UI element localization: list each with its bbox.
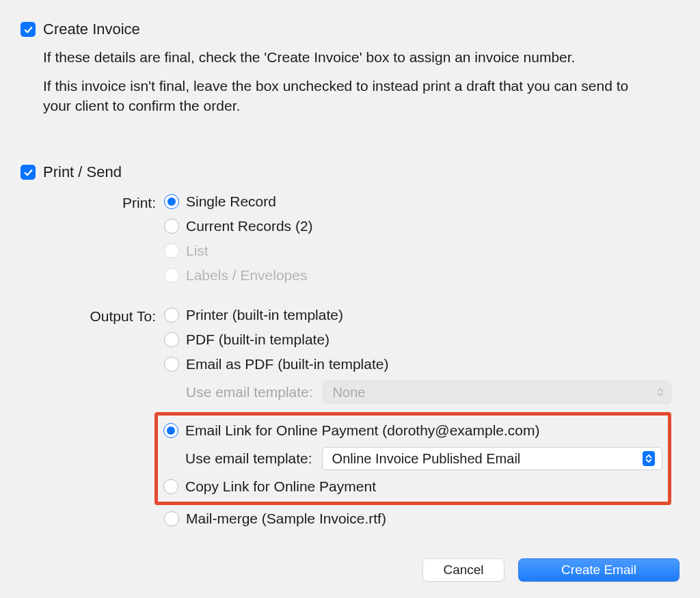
print-row: Print: Single Record Current Records (2)… — [21, 193, 679, 307]
radio-list-label: List — [186, 243, 208, 259]
email-link-template-label: Use email template: — [185, 450, 312, 467]
print-label: Print: — [21, 193, 164, 211]
print-form-grid: Print: Single Record Current Records (2)… — [21, 193, 679, 535]
radio-email-link[interactable] — [163, 423, 178, 438]
radio-copy-link[interactable] — [163, 479, 178, 494]
check-icon — [23, 25, 33, 35]
email-template-none-value: None — [333, 385, 366, 400]
updown-icon — [643, 451, 655, 466]
highlighted-options: Email Link for Online Payment (dorothy@e… — [154, 412, 671, 505]
radio-email-pdf[interactable] — [164, 357, 179, 372]
print-options: Single Record Current Records (2) List L… — [164, 193, 679, 307]
radio-single-record[interactable] — [164, 194, 179, 209]
radio-printer-row: Printer (built-in template) — [164, 307, 679, 323]
radio-pdf[interactable] — [164, 332, 179, 347]
create-invoice-checkbox-row: Create Invoice — [21, 21, 679, 38]
radio-copy-link-row: Copy Link for Online Payment — [163, 478, 662, 495]
radio-copy-link-label: Copy Link for Online Payment — [185, 478, 376, 495]
radio-email-pdf-row: Email as PDF (built-in template) — [164, 356, 679, 372]
radio-labels-label: Labels / Envelopes — [186, 267, 307, 284]
radio-email-link-label: Email Link for Online Payment (dorothy@e… — [185, 422, 540, 439]
button-row: Cancel Create Email — [422, 558, 679, 582]
check-icon — [23, 167, 33, 178]
radio-email-link-row: Email Link for Online Payment (dorothy@e… — [163, 422, 662, 439]
print-send-section: Print / Send Print: Single Record Curren… — [21, 163, 679, 535]
radio-list-row: List — [164, 243, 679, 259]
radio-list — [164, 243, 179, 258]
email-template-none-row: Use email template: None — [186, 381, 679, 404]
radio-labels-row: Labels / Envelopes — [164, 267, 679, 284]
create-invoice-description-1: If these details are final, check the 'C… — [43, 48, 679, 67]
print-send-label: Print / Send — [43, 163, 122, 181]
radio-pdf-label: PDF (built-in template) — [186, 331, 329, 348]
email-link-template-select[interactable]: Online Invoice Published Email — [322, 447, 662, 470]
radio-current-records-label: Current Records (2) — [186, 218, 313, 234]
create-invoice-checkbox[interactable] — [21, 22, 36, 37]
cancel-button[interactable]: Cancel — [422, 558, 504, 582]
radio-single-record-row: Single Record — [164, 193, 679, 210]
output-to-label: Output To: — [21, 307, 164, 325]
print-send-checkbox[interactable] — [21, 165, 36, 180]
radio-mail-merge[interactable] — [164, 511, 179, 526]
email-template-none-label: Use email template: — [186, 384, 313, 400]
email-template-none-select[interactable]: None — [323, 381, 671, 404]
create-invoice-label: Create Invoice — [43, 21, 140, 38]
radio-single-record-label: Single Record — [186, 193, 276, 210]
output-to-row: Output To: Printer (built-in template) P… — [21, 307, 679, 535]
create-invoice-description-2: If this invoice isn't final, leave the b… — [43, 77, 679, 115]
radio-printer-label: Printer (built-in template) — [186, 307, 343, 323]
email-link-template-value: Online Invoice Published Email — [332, 451, 521, 467]
output-options: Printer (built-in template) PDF (built-i… — [164, 307, 679, 535]
radio-current-records-row: Current Records (2) — [164, 218, 679, 234]
print-send-checkbox-row: Print / Send — [21, 163, 679, 181]
email-link-template-row: Use email template: Online Invoice Publi… — [185, 447, 662, 470]
radio-pdf-row: PDF (built-in template) — [164, 331, 679, 348]
updown-icon — [657, 388, 664, 396]
radio-mail-merge-label: Mail-merge (Sample Invoice.rtf) — [186, 511, 386, 527]
radio-labels — [164, 268, 179, 283]
create-invoice-section: Create Invoice If these details are fina… — [21, 21, 679, 115]
radio-email-pdf-label: Email as PDF (built-in template) — [186, 356, 388, 372]
radio-current-records[interactable] — [164, 219, 179, 234]
radio-mail-merge-row: Mail-merge (Sample Invoice.rtf) — [164, 511, 679, 527]
create-email-button[interactable]: Create Email — [518, 558, 679, 582]
radio-printer[interactable] — [164, 308, 179, 323]
